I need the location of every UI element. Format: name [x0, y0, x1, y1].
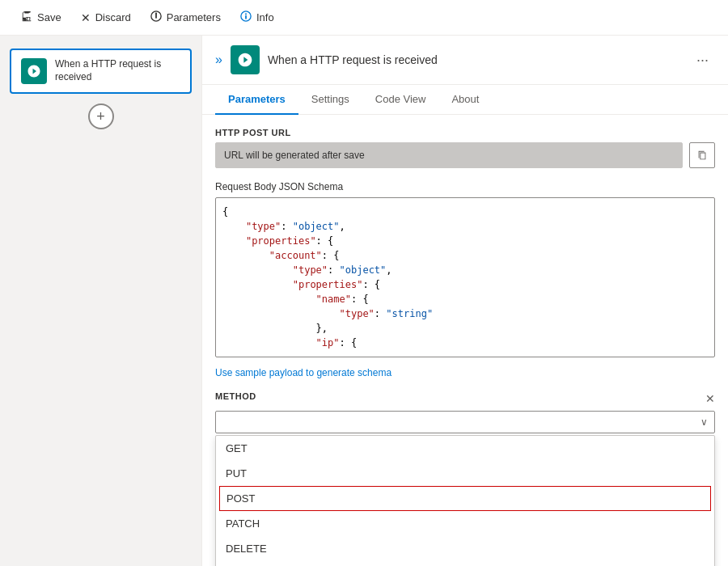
svg-rect-5 — [245, 14, 247, 15]
discard-label: Discard — [95, 11, 131, 23]
method-option-post[interactable]: POST — [219, 486, 711, 511]
parameters-button[interactable]: Parameters — [142, 6, 229, 29]
add-step-button[interactable]: + — [88, 103, 114, 129]
right-panel: » When a HTTP request is received ··· Pa… — [202, 36, 728, 566]
tab-settings[interactable]: Settings — [298, 85, 362, 115]
action-title: When a HTTP request is received — [268, 53, 682, 66]
http-post-url-label: HTTP POST URL — [215, 128, 715, 137]
expand-button[interactable]: » — [215, 53, 222, 67]
sample-payload-link[interactable]: Use sample payload to generate schema — [215, 367, 715, 378]
save-button[interactable]: Save — [13, 6, 70, 29]
info-button[interactable]: Info — [232, 6, 282, 29]
request-body-label: Request Body JSON Schema — [215, 181, 715, 192]
discard-button[interactable]: ✕ Discard — [73, 6, 139, 29]
svg-rect-4 — [245, 15, 247, 19]
tab-bar: Parameters Settings Code View About — [202, 85, 728, 115]
method-field: Method ✕ ∨ GET PUT POST PATCH DELETE Ent… — [215, 391, 715, 566]
method-option-custom[interactable]: Enter custom value — [216, 561, 714, 566]
toolbar: Save ✕ Discard Parameters Info — [0, 0, 728, 36]
method-option-get[interactable]: GET — [216, 436, 714, 461]
save-label: Save — [37, 11, 61, 23]
copy-url-button[interactable] — [689, 142, 715, 168]
trigger-label: When a HTTP request is received — [55, 58, 180, 83]
method-option-delete[interactable]: DELETE — [216, 536, 714, 561]
svg-rect-2 — [155, 13, 157, 15]
info-label: Info — [256, 11, 274, 23]
main-layout: When a HTTP request is received + » When… — [0, 36, 728, 566]
trigger-card[interactable]: When a HTTP request is received — [10, 49, 192, 94]
tab-code-view[interactable]: Code View — [362, 85, 439, 115]
parameters-label: Parameters — [167, 11, 221, 23]
dropdown-arrow-icon: ∨ — [700, 416, 708, 428]
action-icon — [231, 45, 260, 74]
method-label: Method — [215, 391, 256, 401]
tab-about[interactable]: About — [438, 85, 492, 115]
info-icon — [240, 11, 252, 24]
method-select[interactable]: ∨ — [215, 411, 715, 433]
action-header: » When a HTTP request is received ··· — [202, 36, 728, 85]
method-option-put[interactable]: PUT — [216, 461, 714, 486]
method-dropdown: GET PUT POST PATCH DELETE Enter custom v… — [215, 435, 715, 566]
sidebar: When a HTTP request is received + — [0, 36, 202, 566]
panel-content: HTTP POST URL URL will be generated afte… — [202, 115, 728, 566]
method-header: Method ✕ — [215, 391, 715, 406]
url-display: URL will be generated after save — [215, 142, 683, 168]
add-step: + — [10, 103, 192, 129]
save-icon — [21, 11, 32, 24]
more-options-button[interactable]: ··· — [690, 49, 715, 72]
method-option-patch[interactable]: PATCH — [216, 511, 714, 536]
json-schema-editor[interactable]: { "type": "object", "properties": { "acc… — [215, 197, 715, 357]
trigger-icon — [21, 58, 47, 84]
url-field: URL will be generated after save — [215, 142, 715, 168]
tab-parameters[interactable]: Parameters — [215, 85, 298, 115]
method-clear-button[interactable]: ✕ — [705, 392, 715, 405]
discard-icon: ✕ — [81, 11, 91, 24]
svg-rect-1 — [155, 14, 157, 19]
parameters-icon — [150, 11, 162, 24]
